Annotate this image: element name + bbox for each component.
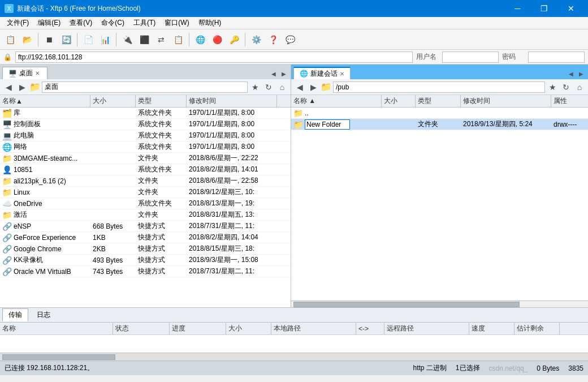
transfer-col-size[interactable]: 大小 <box>226 323 271 334</box>
list-item[interactable]: 🔗Google Chrome 2KB 快捷方式 2018/8/15/星期三, 1… <box>0 243 291 255</box>
transfer-col-name[interactable]: 名称 <box>0 323 113 334</box>
menu-file[interactable]: 文件(F) <box>2 17 33 29</box>
transfer-col-remain[interactable]: 估计剩余 <box>514 323 560 334</box>
right-col-size[interactable]: 大小 <box>382 95 416 107</box>
toolbar-key[interactable]: 🔑 <box>226 32 242 48</box>
scrollbar-thumb-h[interactable] <box>293 302 520 307</box>
right-refresh-btn[interactable]: ↻ <box>560 81 572 93</box>
left-panel-icon-btns: ★ ↻ ⌂ <box>249 81 288 93</box>
transfer-col-remote[interactable]: 远程路径 <box>384 323 469 334</box>
toolbar-refresh[interactable]: 🔄 <box>58 32 74 48</box>
left-tab-prev[interactable]: ◀ <box>269 69 278 78</box>
left-col-date[interactable]: 修改时间 <box>187 95 277 107</box>
toolbar-compare[interactable]: 📋 <box>170 32 186 48</box>
transfer-tab-transfer[interactable]: 传输 <box>2 308 28 321</box>
left-folder-icon: 📁 <box>29 81 41 92</box>
list-item[interactable]: 📁Linux 文件夹 2018/9/12/星期三, 10: <box>0 187 291 198</box>
toolbar-stop-red[interactable]: 🔴 <box>209 32 225 48</box>
transfer-col-status[interactable]: 状态 <box>113 323 170 334</box>
status-size: 0 Bytes <box>537 364 559 372</box>
transfer-col-arrow[interactable]: <-> <box>356 323 384 334</box>
bottom-scrollbar-thumb[interactable] <box>2 354 115 360</box>
right-tab-prev[interactable]: ◀ <box>567 69 576 78</box>
menu-command[interactable]: 命令(C) <box>97 17 129 29</box>
status-right: http 二进制 1已选择 csdn.net/qq_ 0 Bytes 3835 <box>413 363 584 373</box>
status-number: 3835 <box>568 364 583 372</box>
right-bookmark-btn[interactable]: ★ <box>546 81 559 93</box>
list-item[interactable]: 💻此电脑 系统文件夹 1970/1/1/星期四, 8:00 <box>0 130 291 141</box>
left-path-input[interactable] <box>42 81 248 93</box>
transfer-tab-log[interactable]: 日志 <box>31 308 57 321</box>
list-item[interactable]: 🖥️控制面板 系统文件夹 1970/1/1/星期四, 8:00 <box>0 119 291 130</box>
left-back-button[interactable]: ◀ <box>2 81 15 93</box>
list-item[interactable]: 🔗KK录像机 493 Bytes 快捷方式 2018/9/3/星期一, 15:0… <box>0 255 291 266</box>
toolbar-chat[interactable]: 💬 <box>282 32 298 48</box>
toolbar-btn3[interactable]: 📄 <box>80 32 96 48</box>
left-col-size[interactable]: 大小 <box>90 95 136 107</box>
right-home-btn[interactable]: ⌂ <box>573 81 586 93</box>
list-item-new-folder[interactable]: 📁 文件夹 2018/9/13/星期四, 5:24 drwx---- <box>291 119 588 130</box>
right-col-attr[interactable]: 属性 <box>551 95 588 107</box>
left-tab-next[interactable]: ▶ <box>279 69 288 78</box>
minimize-button[interactable]: ─ <box>505 0 530 17</box>
left-tab-close[interactable]: ✕ <box>35 70 40 76</box>
right-tab-next[interactable]: ▶ <box>577 69 586 78</box>
list-item[interactable]: 🌐网络 系统文件夹 1970/1/1/星期四, 8:00 <box>0 141 291 153</box>
status-selection: 1已选择 <box>456 363 480 373</box>
menu-view[interactable]: 查看(V) <box>65 17 97 29</box>
username-input[interactable] <box>442 51 499 63</box>
list-item[interactable]: 📁3DMGAME-steamc... 文件夹 2018/8/6/星期一, 22:… <box>0 153 291 164</box>
menu-tools[interactable]: 工具(T) <box>129 17 160 29</box>
toolbar-btn4[interactable]: 📊 <box>97 32 113 48</box>
toolbar-transfer[interactable]: ⇄ <box>153 32 169 48</box>
left-home-btn[interactable]: ⌂ <box>276 81 288 93</box>
main-area: 🖥️ 桌面 ✕ ◀ ▶ ◀ ▶ 📁 ★ ↻ ⌂ <box>0 65 588 307</box>
toolbar-separator-3 <box>116 33 116 46</box>
restore-button[interactable]: ❐ <box>531 0 557 17</box>
transfer-col-speed[interactable]: 速度 <box>469 323 514 334</box>
right-col-name[interactable]: 名称 ▲ <box>291 95 382 107</box>
toolbar-globe[interactable]: 🌐 <box>192 32 208 48</box>
address-input[interactable] <box>15 51 413 63</box>
toolbar-stop[interactable]: ⏹ <box>41 32 57 48</box>
left-col-name[interactable]: 名称 ▲ <box>0 95 90 107</box>
lock-icon: 🔒 <box>3 53 12 61</box>
rename-input[interactable] <box>305 119 350 130</box>
list-item[interactable]: 📁ali213pk_6.16 (2) 文件夹 2018/8/6/星期一, 22:… <box>0 175 291 187</box>
list-item[interactable]: 🔗GeForce Experience 1KB 快捷方式 2018/8/2/星期… <box>0 232 291 243</box>
list-item[interactable]: 🗂️库 系统文件夹 1970/1/1/星期四, 8:00 <box>0 108 291 119</box>
left-refresh-btn[interactable]: ↻ <box>262 81 275 93</box>
left-tab-desktop[interactable]: 🖥️ 桌面 ✕ <box>2 67 47 79</box>
toolbar-new-session[interactable]: 📋 <box>2 32 18 48</box>
menu-edit[interactable]: 编辑(E) <box>33 17 65 29</box>
menu-window[interactable]: 窗口(W) <box>160 17 193 29</box>
list-item[interactable]: ☁️OneDrive 系统文件夹 2018/8/13/星期一, 19: <box>0 198 291 209</box>
toolbar-open[interactable]: 📂 <box>19 32 35 48</box>
toolbar-connect[interactable]: 🔌 <box>119 32 135 48</box>
transfer-col-progress[interactable]: 进度 <box>170 323 226 334</box>
list-item[interactable]: 🔗eNSP 668 Bytes 快捷方式 2018/7/31/星期二, 11: <box>0 221 291 232</box>
left-bookmark-btn[interactable]: ★ <box>249 81 261 93</box>
close-button[interactable]: ✕ <box>558 0 583 17</box>
right-back-button[interactable]: ◀ <box>293 81 306 93</box>
list-item[interactable]: 🔗Oracle VM VirtualB 743 Bytes 快捷方式 2018/… <box>0 266 291 277</box>
right-col-type[interactable]: 类型 <box>416 95 461 107</box>
transfer-col-local[interactable]: 本地路径 <box>271 323 356 334</box>
menu-help[interactable]: 帮助(H) <box>194 17 226 29</box>
list-item[interactable]: 👤10851 系统文件夹 2018/8/2/星期四, 14:01 <box>0 164 291 175</box>
list-item[interactable]: 📁激活 文件夹 2018/8/31/星期五, 13: <box>0 209 291 221</box>
toolbar-help[interactable]: ❓ <box>265 32 281 48</box>
left-forward-button[interactable]: ▶ <box>16 81 28 93</box>
right-tab-session[interactable]: 🌐 新建会话 ✕ <box>293 67 351 79</box>
toolbar-disconnect[interactable]: ⬛ <box>136 32 152 48</box>
list-item[interactable]: 📁.. <box>291 108 588 119</box>
bottom-scrollbar[interactable] <box>0 353 588 360</box>
right-col-date[interactable]: 修改时间 <box>461 95 551 107</box>
right-forward-button[interactable]: ▶ <box>307 81 319 93</box>
left-col-type[interactable]: 类型 <box>136 95 187 107</box>
right-scrollbar-h[interactable] <box>291 301 588 307</box>
password-input[interactable] <box>528 51 585 63</box>
right-path-input[interactable] <box>333 81 545 93</box>
right-tab-close[interactable]: ✕ <box>340 71 344 77</box>
toolbar-settings[interactable]: ⚙️ <box>248 32 264 48</box>
